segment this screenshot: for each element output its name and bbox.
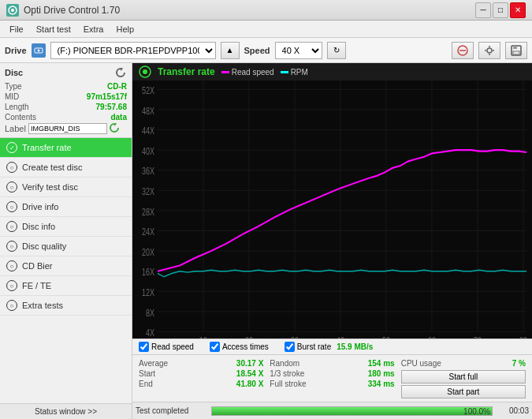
right-panel: Transfer rate Read speed RPM 52X 48X 44X…	[132, 63, 532, 419]
drive-info-icon: ○	[6, 201, 17, 212]
nav-disc-info[interactable]: ○ Disc info	[0, 217, 132, 237]
erase-button[interactable]	[452, 42, 474, 59]
svg-text:28X: 28X	[142, 206, 155, 217]
close-button[interactable]: ✕	[510, 2, 526, 18]
title-text: Opti Drive Control 1.70	[24, 5, 120, 16]
disc-label-refresh-icon[interactable]	[110, 123, 121, 134]
svg-text:36X: 36X	[142, 166, 155, 177]
svg-point-1	[11, 9, 14, 12]
menu-file[interactable]: File	[3, 23, 30, 36]
chart-title: Transfer rate	[158, 66, 215, 77]
svg-text:40X: 40X	[142, 145, 155, 156]
menu-help[interactable]: Help	[110, 23, 140, 36]
disc-refresh-button[interactable]	[114, 66, 127, 79]
left-panel: Disc Type CD-R MID 97m15s17f Length 79:5…	[0, 63, 132, 419]
disc-contents-row: Contents data	[5, 113, 127, 122]
speed-select[interactable]: 40 X	[275, 42, 322, 59]
progress-label: Test completed	[136, 406, 206, 415]
access-times-checkbox-item: Access times	[210, 342, 269, 352]
stats-col3: CPU usage 7 % Start full Start part	[401, 358, 526, 398]
svg-text:12X: 12X	[142, 286, 155, 297]
nav-fe-te[interactable]: ○ FE / TE	[0, 276, 132, 296]
svg-text:20X: 20X	[142, 246, 155, 257]
stat-random: Random 154 ms	[270, 358, 394, 368]
drive-eject-button[interactable]: ▲	[221, 42, 240, 59]
start-full-button[interactable]: Start full	[401, 370, 526, 383]
svg-rect-8	[513, 46, 517, 49]
svg-text:24X: 24X	[142, 226, 155, 238]
access-times-checkbox[interactable]	[210, 342, 220, 352]
speed-label: Speed	[244, 46, 270, 55]
svg-text:30: 30	[291, 335, 299, 339]
read-speed-checkbox[interactable]	[139, 342, 149, 352]
svg-text:52X: 52X	[142, 84, 155, 95]
svg-text:10: 10	[199, 335, 207, 339]
svg-text:50: 50	[382, 335, 390, 339]
transfer-rate-icon: ✓	[6, 142, 17, 153]
progress-percent: 100.0%	[463, 407, 490, 417]
toolbar: Drive (F:) PIONEER BDR-PR1EPDVPP100 1.01…	[0, 38, 532, 63]
stat-full-stroke: Full stroke 334 ms	[270, 379, 394, 389]
svg-text:44X: 44X	[142, 125, 155, 137]
nav-drive-info[interactable]: ○ Drive info	[0, 197, 132, 217]
drive-icon	[32, 43, 46, 58]
stat-cpu-usage: CPU usage 7 %	[401, 358, 526, 368]
disc-title: Disc	[5, 68, 23, 77]
svg-text:70: 70	[474, 335, 482, 339]
drive-select[interactable]: (F:) PIONEER BDR-PR1EPDVPP100 1.01	[50, 42, 216, 59]
settings-button[interactable]	[478, 42, 500, 59]
maximize-button[interactable]: □	[493, 2, 508, 18]
chart-icon	[139, 65, 151, 78]
svg-text:48X: 48X	[142, 105, 155, 116]
svg-text:40: 40	[337, 335, 344, 339]
nav-items: ✓ Transfer rate ○ Create test disc ○ Ver…	[0, 138, 132, 403]
progress-bar-container: 100.0%	[211, 406, 493, 416]
svg-point-11	[143, 69, 147, 74]
save-button[interactable]	[505, 42, 527, 59]
stats-col2: Random 154 ms 1/3 stroke 180 ms Full str…	[270, 358, 394, 398]
stat-1-3-stroke: 1/3 stroke 180 ms	[270, 368, 394, 379]
progress-section: Test completed 100.0% 00:03	[132, 402, 532, 419]
disc-quality-icon: ○	[6, 241, 17, 252]
svg-text:4X: 4X	[146, 327, 155, 339]
fe-te-icon: ○	[6, 280, 17, 291]
chart-svg: 52X 48X 44X 40X 36X 32X 28X 24X 20X 16X …	[132, 80, 532, 339]
svg-text:16X: 16X	[142, 267, 155, 278]
stat-end: End 41.80 X	[139, 379, 263, 389]
nav-transfer-rate[interactable]: ✓ Transfer rate	[0, 138, 132, 158]
svg-text:60: 60	[428, 335, 436, 339]
nav-disc-quality[interactable]: ○ Disc quality	[0, 237, 132, 256]
rpm-legend-dot	[281, 71, 288, 73]
menu-start-test[interactable]: Start test	[30, 23, 77, 36]
legend-read-speed: Read speed	[221, 68, 274, 77]
stat-start: Start 18.54 X	[139, 368, 263, 379]
menu-extra[interactable]: Extra	[77, 23, 110, 36]
progress-bar-fill	[212, 407, 492, 415]
disc-type-row: Type CD-R	[5, 82, 127, 91]
app-icon	[6, 4, 19, 17]
menu-bar: File Start test Extra Help	[0, 21, 532, 38]
disc-length-row: Length 79:57.68	[5, 103, 127, 111]
speed-refresh-button[interactable]: ↻	[327, 42, 346, 59]
start-part-button[interactable]: Start part	[401, 385, 526, 398]
nav-create-test-disc[interactable]: ○ Create test disc	[0, 158, 132, 178]
minimize-button[interactable]: ─	[475, 2, 491, 18]
disc-label-input[interactable]	[28, 123, 107, 134]
disc-label-row: Label	[5, 123, 127, 134]
title-bar: Opti Drive Control 1.70 ─ □ ✕	[0, 0, 532, 21]
nav-verify-test-disc[interactable]: ○ Verify test disc	[0, 178, 132, 197]
svg-rect-9	[513, 51, 519, 54]
svg-text:20: 20	[245, 335, 253, 339]
status-window-button[interactable]: Status window >>	[0, 403, 132, 419]
burst-rate-checkbox[interactable]	[285, 342, 295, 352]
svg-text:min: min	[526, 336, 532, 339]
chart-controls: Read speed Access times Burst rate 15.9 …	[132, 339, 532, 355]
nav-cd-bier[interactable]: ○ CD Bier	[0, 256, 132, 276]
cd-bier-icon: ○	[6, 260, 17, 271]
main-layout: Disc Type CD-R MID 97m15s17f Length 79:5…	[0, 63, 532, 419]
nav-extra-tests[interactable]: ○ Extra tests	[0, 296, 132, 316]
stats-col1: Average 30.17 X Start 18.54 X End 41.80 …	[139, 358, 263, 398]
legend-rpm: RPM	[281, 68, 308, 77]
burst-rate-value: 15.9 MB/s	[337, 342, 373, 351]
verify-test-disc-icon: ○	[6, 181, 17, 193]
